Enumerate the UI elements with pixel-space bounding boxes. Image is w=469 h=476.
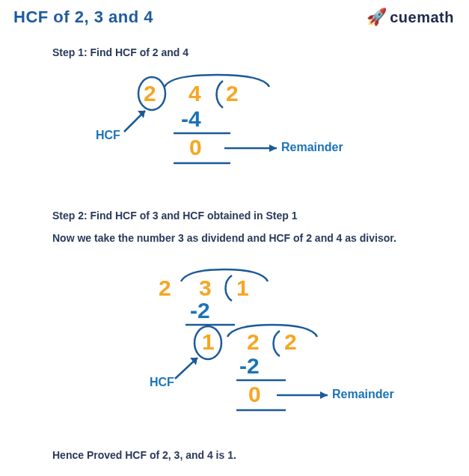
d2a-dividend: 3	[199, 275, 212, 301]
d2a-rem: 1	[202, 329, 215, 355]
d1-rem-label: Remainder	[281, 141, 343, 154]
d1-divisor: 2	[144, 81, 156, 106]
diagram2-lines	[112, 262, 411, 434]
d2b-quotient: 2	[284, 329, 297, 355]
d2a-sub: -2	[190, 298, 210, 323]
d2b-dividend: 2	[247, 329, 260, 355]
proved-text: Hence Proved HCF of 2, 3, and 4 is 1.	[52, 449, 441, 461]
d2-rem-label: Remainder	[332, 388, 394, 401]
page-title: HCF of 2, 3 and 4	[13, 7, 153, 27]
brand-text: cuemath	[390, 9, 454, 25]
d1-sub: -4	[181, 106, 201, 132]
d2a-quotient: 1	[236, 275, 249, 301]
d1-dividend: 4	[188, 81, 201, 106]
d2-hcf-label: HCF	[150, 376, 174, 389]
svg-marker-14	[320, 391, 328, 399]
step2a-text: Step 2: Find HCF of 3 and HCF obtained i…	[52, 210, 441, 222]
step2b-text: Now we take the number 3 as dividend and…	[52, 231, 441, 246]
step1-text: Step 1: Find HCF of 2 and 4	[52, 46, 441, 58]
d1-hcf-label: HCF	[96, 129, 120, 142]
d1-quotient: 2	[226, 81, 239, 106]
d2b-rem: 0	[248, 382, 261, 407]
d2b-sub: -2	[239, 353, 260, 379]
brand-logo: 🚀cuemath	[367, 7, 454, 27]
svg-marker-6	[269, 144, 277, 152]
rocket-icon: 🚀	[367, 7, 387, 26]
d2a-divisor: 2	[159, 275, 171, 301]
d1-rem: 0	[189, 135, 202, 160]
